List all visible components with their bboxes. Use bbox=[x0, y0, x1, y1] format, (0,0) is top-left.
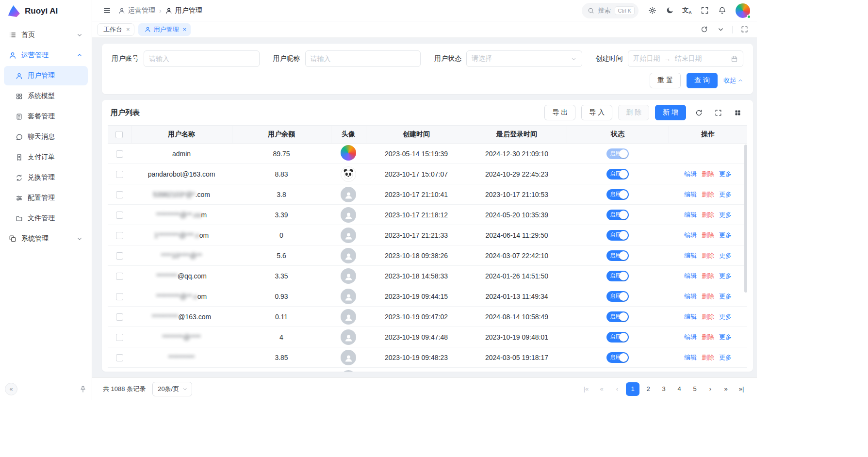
query-button[interactable]: 查 询 bbox=[687, 73, 718, 88]
edit-link[interactable]: 编辑 bbox=[684, 231, 697, 239]
delete-link[interactable]: 删除 bbox=[702, 354, 714, 361]
content-fullscreen-button[interactable] bbox=[737, 22, 752, 37]
page-4-button[interactable]: 4 bbox=[672, 382, 686, 396]
user-avatar[interactable] bbox=[736, 3, 750, 18]
edit-link[interactable]: 编辑 bbox=[684, 333, 697, 341]
delete-link[interactable]: 删除 bbox=[702, 333, 714, 341]
close-icon[interactable]: × bbox=[126, 26, 130, 33]
sidebar-item-operations[interactable]: 运营管理 bbox=[4, 46, 88, 65]
delete-link[interactable]: 删除 bbox=[702, 293, 714, 300]
add-button[interactable]: 新 增 bbox=[655, 105, 686, 120]
row-checkbox[interactable] bbox=[116, 273, 123, 280]
status-select[interactable]: 请选择 bbox=[466, 50, 582, 67]
edit-link[interactable]: 编辑 bbox=[684, 293, 697, 300]
more-link[interactable]: 更多 bbox=[719, 293, 732, 300]
sidebar-item-exchange-management[interactable]: 兑换管理 bbox=[4, 168, 88, 187]
global-search[interactable]: 搜索 Ctrl K bbox=[582, 3, 639, 18]
row-checkbox[interactable] bbox=[116, 191, 123, 198]
status-toggle[interactable]: 启用 bbox=[606, 352, 629, 363]
reset-button[interactable]: 重 置 bbox=[650, 73, 681, 88]
more-link[interactable]: 更多 bbox=[719, 170, 732, 178]
breadcrumb-user-management[interactable]: 用户管理 bbox=[165, 6, 202, 15]
notifications-button[interactable] bbox=[714, 3, 730, 18]
delete-link[interactable]: 删除 bbox=[702, 170, 714, 178]
sidebar-item-package-management[interactable]: 套餐管理 bbox=[4, 107, 88, 126]
table-fullscreen-button[interactable] bbox=[711, 106, 725, 119]
sidebar-item-user-management[interactable]: 用户管理 bbox=[4, 66, 88, 85]
dark-mode-button[interactable] bbox=[662, 3, 677, 18]
edit-link[interactable]: 编辑 bbox=[684, 211, 697, 218]
row-checkbox[interactable] bbox=[116, 150, 123, 158]
delete-button[interactable]: 删 除 bbox=[618, 105, 649, 120]
first-page-button[interactable]: |« bbox=[579, 382, 593, 396]
fullscreen-button[interactable] bbox=[697, 3, 712, 18]
sidebar-item-home[interactable]: 首页 bbox=[4, 25, 88, 45]
status-toggle[interactable]: 启用 bbox=[606, 332, 629, 343]
date-range-picker[interactable]: 开始日期 → 结束日期 bbox=[628, 50, 744, 67]
jump-forward-button[interactable]: » bbox=[719, 382, 733, 396]
more-link[interactable]: 更多 bbox=[719, 313, 732, 320]
row-checkbox[interactable] bbox=[116, 293, 123, 300]
last-page-button[interactable]: »| bbox=[735, 382, 748, 396]
more-link[interactable]: 更多 bbox=[719, 252, 732, 259]
edit-link[interactable]: 编辑 bbox=[684, 354, 697, 361]
edit-link[interactable]: 编辑 bbox=[684, 191, 697, 198]
status-toggle[interactable]: 启用 bbox=[606, 148, 629, 159]
status-toggle[interactable]: 启用 bbox=[606, 210, 629, 220]
page-2-button[interactable]: 2 bbox=[641, 382, 655, 396]
status-toggle[interactable]: 启用 bbox=[606, 271, 629, 281]
tab-user-management[interactable]: 用户管理 × bbox=[138, 23, 191, 36]
page-size-select[interactable]: 20条/页 bbox=[152, 382, 192, 396]
column-settings-button[interactable] bbox=[731, 106, 744, 119]
account-input[interactable] bbox=[144, 50, 260, 67]
pin-icon[interactable] bbox=[79, 385, 87, 393]
sidebar-item-payment-orders[interactable]: 支付订单 bbox=[4, 147, 88, 167]
close-icon[interactable]: × bbox=[183, 26, 187, 33]
row-checkbox[interactable] bbox=[116, 232, 123, 239]
sidebar-item-chat-messages[interactable]: 聊天消息 bbox=[4, 127, 88, 147]
status-toggle[interactable]: 启用 bbox=[606, 311, 629, 322]
more-link[interactable]: 更多 bbox=[719, 191, 732, 198]
breadcrumb-operations[interactable]: 运营管理 bbox=[118, 6, 155, 15]
export-button[interactable]: 导 出 bbox=[544, 105, 575, 120]
status-toggle[interactable]: 启用 bbox=[606, 230, 629, 241]
status-toggle[interactable]: 启用 bbox=[606, 189, 629, 200]
tab-workbench[interactable]: 工作台 × bbox=[97, 23, 134, 36]
sidebar-item-system-model[interactable]: 系统模型 bbox=[4, 86, 88, 106]
more-link[interactable]: 更多 bbox=[719, 211, 732, 218]
menu-toggle-button[interactable] bbox=[99, 3, 115, 18]
more-link[interactable]: 更多 bbox=[719, 354, 732, 361]
more-link[interactable]: 更多 bbox=[719, 333, 732, 341]
delete-link[interactable]: 删除 bbox=[702, 211, 714, 218]
edit-link[interactable]: 编辑 bbox=[684, 170, 697, 178]
page-3-button[interactable]: 3 bbox=[657, 382, 671, 396]
refresh-table-button[interactable] bbox=[692, 106, 705, 119]
select-all-checkbox[interactable] bbox=[115, 131, 123, 138]
status-toggle[interactable]: 启用 bbox=[606, 169, 629, 180]
edit-link[interactable]: 编辑 bbox=[684, 272, 697, 279]
delete-link[interactable]: 删除 bbox=[702, 252, 714, 259]
sidebar-item-config-management[interactable]: 配置管理 bbox=[4, 188, 88, 208]
delete-link[interactable]: 删除 bbox=[702, 313, 714, 320]
page-1-button[interactable]: 1 bbox=[626, 382, 639, 396]
refresh-page-button[interactable] bbox=[696, 22, 712, 37]
more-link[interactable]: 更多 bbox=[719, 272, 732, 279]
jump-back-button[interactable]: « bbox=[595, 382, 608, 396]
edit-link[interactable]: 编辑 bbox=[684, 313, 697, 320]
row-checkbox[interactable] bbox=[116, 171, 123, 178]
status-toggle[interactable]: 启用 bbox=[606, 291, 629, 302]
language-button[interactable]: 文A bbox=[679, 3, 695, 18]
delete-link[interactable]: 删除 bbox=[702, 231, 714, 239]
table-scrollbar[interactable] bbox=[744, 145, 747, 293]
sidebar-item-system[interactable]: 系统管理 bbox=[4, 229, 88, 248]
nickname-input[interactable] bbox=[305, 50, 421, 67]
tab-menu-button[interactable] bbox=[713, 22, 728, 37]
row-checkbox[interactable] bbox=[116, 354, 123, 361]
delete-link[interactable]: 删除 bbox=[702, 191, 714, 198]
row-checkbox[interactable] bbox=[116, 334, 123, 341]
prev-page-button[interactable]: ‹ bbox=[610, 382, 624, 396]
edit-link[interactable]: 编辑 bbox=[684, 252, 697, 259]
status-toggle[interactable]: 启用 bbox=[606, 250, 629, 261]
delete-link[interactable]: 删除 bbox=[702, 272, 714, 279]
row-checkbox[interactable] bbox=[116, 313, 123, 321]
